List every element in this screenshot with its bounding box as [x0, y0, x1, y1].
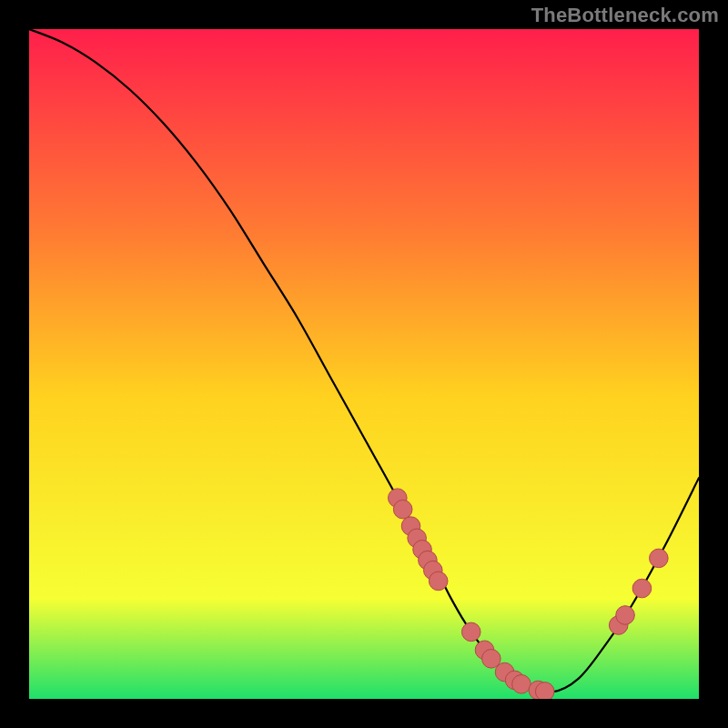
- data-point: [461, 622, 480, 642]
- chart-svg: [29, 29, 699, 699]
- data-point: [650, 549, 669, 568]
- plot-area: [29, 29, 699, 699]
- data-point: [512, 675, 531, 694]
- chart-stage: TheBottleneck.com: [0, 0, 728, 728]
- data-point: [616, 606, 635, 625]
- data-point: [632, 579, 652, 598]
- data-point: [429, 571, 448, 591]
- data-point: [393, 500, 412, 519]
- gradient-background: [29, 29, 699, 699]
- attribution-label: TheBottleneck.com: [531, 4, 719, 27]
- data-point: [535, 682, 554, 699]
